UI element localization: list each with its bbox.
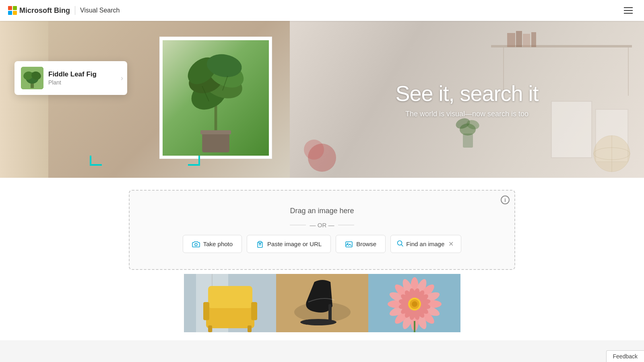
svg-rect-23 [551,101,592,158]
microsoft-squares-icon [8,6,17,15]
take-photo-button[interactable]: Take photo [183,235,242,253]
close-icon: ✕ [448,241,454,247]
drag-drop-label: Drag an image here [290,207,354,215]
svg-rect-49 [248,325,252,332]
sample-images-row [184,274,460,332]
square-blue [8,11,12,15]
square-yellow [13,11,17,15]
hamburger-line-1 [624,7,633,8]
thumbnail-plant-icon [21,67,43,89]
svg-rect-39 [346,242,352,247]
hamburger-line-3 [624,13,633,14]
paste-svg [256,240,264,248]
bing-logo: Microsoft Bing [8,6,70,15]
svg-rect-27 [463,134,473,148]
or-text: — OR — [310,222,334,228]
bracket-bottom-left [90,156,102,166]
paste-url-label: Paste image or URL [267,241,322,247]
sample-image-flower[interactable] [368,274,460,332]
upload-dropzone[interactable]: i Drag an image here — OR — Take photo [129,190,515,270]
svg-rect-51 [251,302,257,320]
curtain-decoration [0,21,48,178]
svg-rect-19 [507,33,515,47]
header: Microsoft Bing Visual Search [0,0,644,21]
hero-section: Fiddle Leaf Fig Plant › [0,21,644,178]
plant-info-card: Fiddle Leaf Fig Plant › [14,61,127,95]
image-svg [345,240,353,248]
search-icon [396,240,404,249]
page-title: Visual Search [80,7,120,14]
header-left: Microsoft Bing Visual Search [8,6,120,15]
plant-photo-frame [159,37,272,159]
hamburger-line-2 [624,10,633,11]
clear-find-button[interactable]: ✕ [447,239,455,249]
search-svg [396,240,404,247]
svg-rect-0 [202,132,229,152]
info-button[interactable]: i [501,195,510,204]
bracket-bottom-right [188,156,200,166]
plant-photo [163,40,269,156]
svg-line-42 [402,245,403,246]
find-image-label: Find an image [406,241,444,247]
svg-point-92 [412,301,417,307]
main-content: i Drag an image here — OR — Take photo [0,178,644,340]
header-divider [75,6,75,15]
svg-rect-47 [208,286,252,308]
browse-image-icon [345,240,353,248]
hero-subtext: The world is visual—now search is too [395,110,538,118]
chevron-right-icon: › [121,74,123,82]
svg-point-26 [304,140,324,160]
square-red [8,6,12,10]
shoes-illustration [276,274,368,332]
flower-illustration [368,274,460,332]
svg-rect-48 [208,325,212,332]
browse-button[interactable]: Browse [336,235,386,253]
browse-label: Browse [356,241,376,247]
svg-point-41 [398,241,402,245]
find-image-input[interactable]: Find an image ✕ [390,235,461,253]
hero-background: Fiddle Leaf Fig Plant › [0,21,644,178]
svg-point-56 [300,319,336,325]
or-divider: — OR — [290,222,355,228]
sample-image-shoes[interactable] [276,274,368,332]
svg-rect-21 [523,34,530,47]
hero-text: See it, search it The world is visual—no… [395,81,538,118]
svg-rect-50 [203,302,209,320]
hero-left-panel: Fiddle Leaf Fig Plant › [0,21,290,178]
action-buttons-row: Take photo Paste image or URL [183,235,462,253]
svg-rect-20 [516,31,522,47]
plant-thumbnail [21,67,43,89]
feedback-button[interactable]: Feedback [606,350,644,362]
svg-rect-36 [259,241,261,243]
hero-right-panel: See it, search it The world is visual—no… [290,21,644,178]
bing-logo-text: Microsoft Bing [19,6,70,15]
plant-category: Plant [48,79,97,86]
camera-icon [192,240,200,248]
sample-image-chair[interactable] [184,274,276,332]
svg-rect-22 [531,32,536,47]
square-green [13,6,17,10]
plant-info-text: Fiddle Leaf Fig Plant [48,70,97,86]
svg-rect-1 [200,130,231,134]
menu-button[interactable] [621,4,636,17]
hero-headline: See it, search it [395,81,538,106]
plant-name: Fiddle Leaf Fig [48,70,97,78]
svg-rect-18 [628,47,629,96]
plant-illustration [163,40,269,156]
paste-url-button[interactable]: Paste image or URL [247,235,331,253]
camera-svg [192,240,200,248]
paste-icon [256,240,264,248]
chair-illustration [184,274,276,332]
take-photo-label: Take photo [203,241,233,247]
svg-point-34 [195,243,197,246]
